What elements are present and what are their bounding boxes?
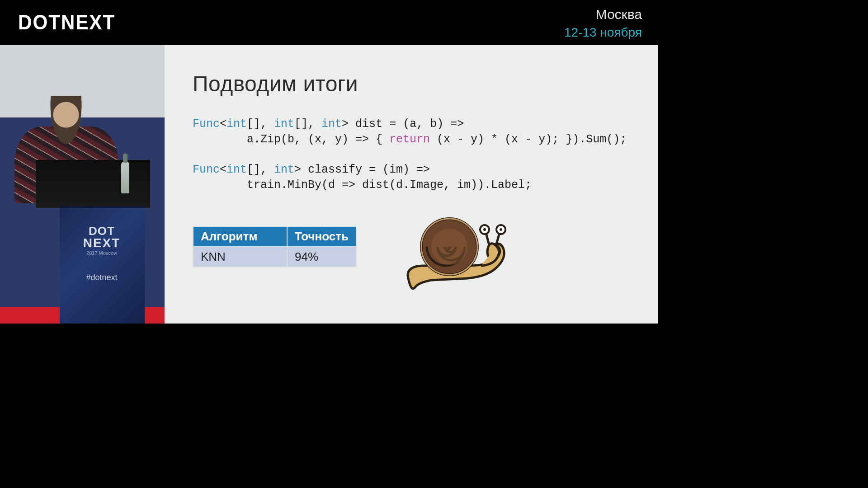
- code-token: > classify = (im) =>: [294, 163, 430, 176]
- code-token: train.MinBy(d => dist(d.Image, im)).Labe…: [193, 178, 532, 192]
- svg-point-5: [500, 228, 502, 231]
- code-token: int: [274, 163, 294, 176]
- header-bar: DOTNEXT Москва 12-13 ноября: [0, 0, 658, 45]
- code-token: return: [389, 133, 430, 146]
- cell-accuracy: 94%: [287, 247, 356, 267]
- results-table: Алгоритм Точность KNN 94%: [193, 226, 357, 267]
- laptop: [36, 160, 150, 208]
- lectern-brand-line2: NEXT: [63, 236, 140, 250]
- code-token: [],: [294, 117, 321, 131]
- svg-point-8: [431, 229, 467, 265]
- code-token: int: [226, 117, 247, 131]
- lectern: [60, 206, 145, 324]
- code-token: Func: [193, 117, 220, 131]
- brand-logo: DOTNEXT: [18, 10, 115, 34]
- code-token: a.Zip(b, (x, y) => {: [193, 133, 389, 146]
- event-date: 12-13 ноября: [564, 24, 642, 41]
- code-token: int: [226, 163, 247, 176]
- col-accuracy: Точность: [287, 226, 356, 247]
- snail-icon: [400, 212, 508, 294]
- table-row: KNN 94%: [193, 247, 356, 267]
- code-token: [],: [247, 163, 274, 176]
- code-token: <: [220, 117, 226, 131]
- table-header-row: Алгоритм Точность: [193, 226, 356, 247]
- code-token: int: [274, 117, 294, 131]
- water-bottle: [121, 162, 129, 193]
- svg-point-4: [483, 228, 486, 231]
- code-token: [],: [247, 117, 274, 131]
- code-block: Func<int[], int[], int> dist = (a, b) =>…: [193, 117, 627, 193]
- bottom-bar: [0, 324, 658, 369]
- col-algorithm: Алгоритм: [193, 226, 287, 247]
- lectern-hashtag: #dotnext: [63, 273, 140, 282]
- lectern-year: 2017 Moscow: [63, 250, 140, 256]
- code-token: <: [220, 163, 226, 176]
- code-token: (x - y) * (x - y); }).Sum();: [430, 133, 627, 146]
- slide-title: Подводим итоги: [193, 71, 358, 96]
- slide: Подводим итоги Func<int[], int[], int> d…: [165, 45, 658, 324]
- code-token: int: [321, 117, 342, 131]
- speaker-camera-feed: DOT NEXT 2017 Moscow #dotnext: [0, 45, 165, 324]
- event-meta: Москва 12-13 ноября: [564, 5, 642, 41]
- cell-algorithm: KNN: [193, 247, 287, 267]
- code-token: > dist = (a, b) =>: [342, 117, 464, 131]
- event-city: Москва: [564, 5, 642, 24]
- code-token: Func: [193, 163, 220, 176]
